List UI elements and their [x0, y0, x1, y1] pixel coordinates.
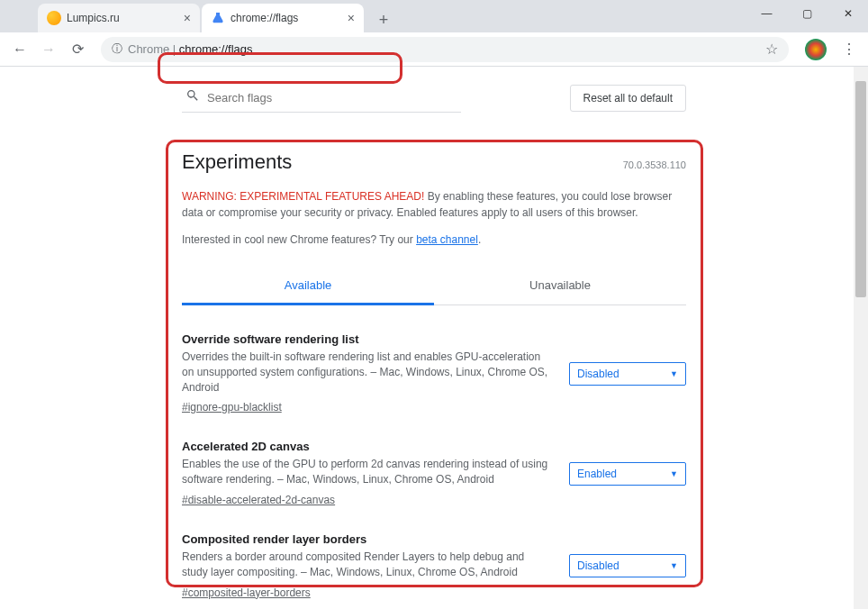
- site-info-icon[interactable]: ⓘ: [112, 41, 122, 57]
- close-icon[interactable]: ×: [184, 11, 191, 25]
- chevron-down-icon: ▼: [670, 469, 678, 478]
- profile-avatar[interactable]: [805, 39, 827, 60]
- close-icon[interactable]: ×: [348, 11, 355, 25]
- tab-available[interactable]: Available: [182, 268, 434, 305]
- flag-select[interactable]: Disabled▼: [569, 554, 686, 577]
- page-title: Experiments: [182, 150, 292, 174]
- page-body: Reset all to default Experiments 70.0.35…: [0, 67, 868, 609]
- reload-button[interactable]: ⟳: [65, 37, 90, 62]
- flags-toolbar: Reset all to default: [182, 67, 686, 129]
- favicon-flask: [211, 11, 225, 25]
- warning-text: WARNING: EXPERIMENTAL FEATURES AHEAD! By…: [182, 188, 686, 221]
- toolbar: ← → ⟳ ⓘ Chrome | chrome://flags ☆ ⋮: [0, 32, 868, 67]
- browser-tab-lumpics[interactable]: Lumpics.ru ×: [38, 4, 200, 32]
- tab-title: chrome://flags: [231, 12, 298, 24]
- search-box[interactable]: [182, 83, 461, 113]
- flag-select[interactable]: Enabled▼: [569, 462, 686, 486]
- tab-title: Lumpics.ru: [67, 12, 120, 24]
- scrollbar-thumb[interactable]: [855, 81, 866, 297]
- search-input[interactable]: [207, 91, 457, 105]
- flag-item: Composited render layer borders Renders …: [182, 532, 686, 600]
- browser-tab-flags[interactable]: chrome://flags ×: [202, 4, 364, 32]
- flag-anchor-link[interactable]: #composited-layer-borders: [182, 586, 311, 599]
- flag-title: Accelerated 2D canvas: [182, 440, 551, 453]
- flag-anchor-link[interactable]: #ignore-gpu-blacklist: [182, 401, 282, 414]
- beta-channel-text: Interested in cool new Chrome features? …: [182, 233, 686, 246]
- flag-desc: Overrides the built-in software renderin…: [182, 350, 551, 395]
- version-label: 70.0.3538.110: [623, 159, 686, 170]
- flag-title: Override software rendering list: [182, 332, 551, 346]
- bookmark-star-icon[interactable]: ☆: [765, 41, 778, 58]
- flag-desc: Enables the use of the GPU to perform 2d…: [182, 457, 551, 487]
- tab-unavailable[interactable]: Unavailable: [434, 268, 686, 304]
- reset-all-button[interactable]: Reset all to default: [570, 85, 686, 112]
- new-tab-button[interactable]: +: [371, 7, 396, 32]
- flag-title: Composited render layer borders: [182, 532, 551, 546]
- close-window-button[interactable]: ✕: [827, 0, 868, 27]
- url-text: Chrome | chrome://flags: [128, 42, 253, 56]
- flag-item: Accelerated 2D canvas Enables the use of…: [182, 440, 686, 507]
- window-controls: — ▢ ✕: [746, 0, 868, 27]
- tab-strip: Lumpics.ru × chrome://flags × + — ▢ ✕: [0, 0, 868, 32]
- flag-anchor-link[interactable]: #disable-accelerated-2d-canvas: [182, 494, 335, 506]
- beta-channel-link[interactable]: beta channel: [416, 233, 478, 246]
- flag-desc: Renders a border around composited Rende…: [182, 550, 551, 580]
- address-bar[interactable]: ⓘ Chrome | chrome://flags ☆: [101, 37, 789, 62]
- favicon-lumpics: [47, 11, 61, 25]
- back-button[interactable]: ←: [7, 37, 32, 62]
- minimize-button[interactable]: —: [746, 0, 787, 27]
- search-icon: [185, 88, 200, 106]
- flags-tabs: Available Unavailable: [182, 268, 686, 305]
- flag-item: Override software rendering list Overrid…: [182, 332, 686, 414]
- maximize-button[interactable]: ▢: [787, 0, 827, 27]
- menu-button[interactable]: ⋮: [836, 41, 861, 58]
- chevron-down-icon: ▼: [670, 561, 678, 570]
- flag-select[interactable]: Disabled▼: [569, 362, 686, 386]
- experiments-content: Experiments 70.0.3538.110 WARNING: EXPER…: [182, 129, 686, 609]
- chevron-down-icon: ▼: [670, 369, 678, 378]
- forward-button[interactable]: →: [36, 37, 61, 62]
